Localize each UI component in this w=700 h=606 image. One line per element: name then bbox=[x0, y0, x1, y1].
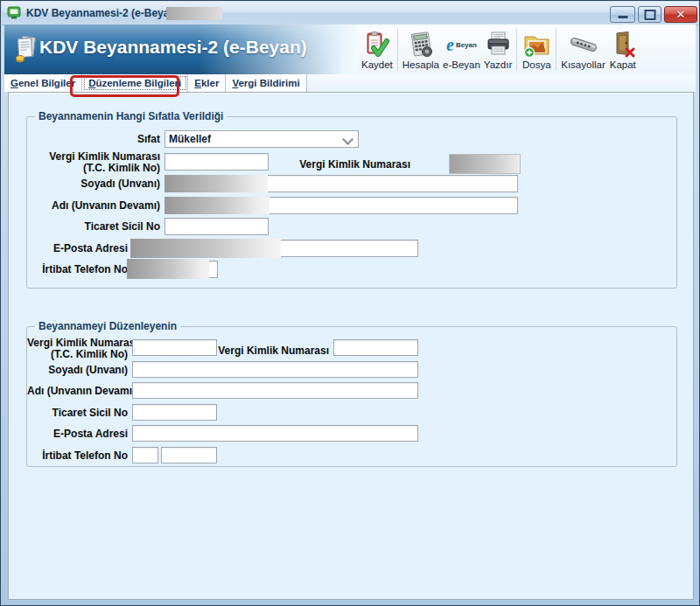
ebeyan-label: e-Beyan bbox=[443, 59, 480, 71]
calculate-button[interactable]: Hesapla bbox=[401, 24, 441, 74]
eposta-label: E-Posta Adresi bbox=[27, 240, 128, 257]
vkn2-label: Vergi Kimlik Numarası bbox=[272, 156, 410, 173]
vkn2-label: Vergi Kimlik Numarası bbox=[202, 342, 329, 359]
page-header: KDV Beyannamesi-2 (e-Beyan) bbox=[4, 24, 357, 74]
preparer-vkn-input[interactable] bbox=[333, 339, 418, 356]
close-icon: ✕ bbox=[665, 8, 696, 21]
maximize-icon bbox=[644, 10, 655, 20]
maximize-button[interactable] bbox=[638, 6, 662, 23]
shortcuts-label: Kısayollar bbox=[561, 59, 606, 71]
tab-genel-bilgiler[interactable]: Genel Bilgiler bbox=[4, 74, 82, 92]
preparer-eposta-input[interactable] bbox=[132, 425, 418, 442]
close-form-label: Kapat bbox=[610, 59, 636, 71]
chevron-down-icon bbox=[342, 134, 354, 145]
adi-label: Adı (Unvanın Devamı) bbox=[27, 197, 160, 214]
file-label: Dosya bbox=[522, 59, 551, 71]
redacted-adi-value bbox=[164, 197, 270, 214]
tab-vergi-bildirimi[interactable]: Vergi Bildirimi bbox=[226, 74, 306, 92]
printer-icon bbox=[484, 30, 512, 59]
redacted-vkn-value bbox=[449, 154, 521, 174]
ebeyan-button[interactable]: e Beyan e-Beyan bbox=[441, 24, 482, 74]
close-button[interactable]: ✕ bbox=[664, 6, 697, 23]
sifat-label: Sıfat bbox=[27, 130, 160, 148]
preparer-soyadi-input[interactable] bbox=[132, 361, 418, 378]
eposta-label: E-Posta Adresi bbox=[27, 425, 128, 442]
adi-label: Adı (Unvanın Devamı) bbox=[27, 382, 128, 400]
toolbar-separator bbox=[556, 28, 556, 71]
group-declarant: Beyannamenin Hangi Sıfatla Verildiği Sıf… bbox=[26, 116, 677, 289]
calculator-icon bbox=[406, 30, 436, 59]
ticaret-label: Ticaret Sicil No bbox=[27, 218, 160, 235]
preparer-irtibat-area-input[interactable] bbox=[132, 447, 158, 463]
group-preparer-title: Beyannameyi Düzenleyenin bbox=[35, 320, 180, 332]
app-window: KDV Beyannamesi-2 (e-Beyan) ✕ KDV Beyann… bbox=[0, 0, 700, 606]
tab-page: Beyannamenin Hangi Sıfatla Verildiği Sıf… bbox=[8, 92, 694, 600]
vkn-label: Vergi Kimlik Numarası(T.C. Kimlik No) bbox=[27, 151, 160, 174]
app-icon bbox=[7, 6, 21, 20]
redacted-title-text bbox=[166, 7, 222, 20]
group-preparer: Beyannameyi Düzenleyenin Vergi Kimlik Nu… bbox=[26, 326, 677, 467]
tab-strip: Genel Bilgiler Düzenleme Bilgileri Ekler… bbox=[4, 74, 696, 92]
header-band: KDV Beyannamesi-2 (e-Beyan) Kaydet bbox=[4, 24, 696, 74]
ebeyan-icon: e Beyan bbox=[446, 30, 477, 59]
save-button[interactable]: Kaydet bbox=[360, 24, 395, 74]
ticaret-label: Ticaret Sicil No bbox=[27, 404, 128, 421]
door-exit-icon bbox=[609, 30, 637, 59]
calculate-label: Hesapla bbox=[402, 59, 439, 71]
sifat-selected-value: Mükellef bbox=[169, 133, 211, 145]
irtibat-label: İrtibat Telefon No bbox=[27, 261, 128, 278]
window-title: KDV Beyannamesi-2 (e-Beyan) bbox=[26, 7, 179, 19]
irtibat-label: İrtibat Telefon No bbox=[27, 447, 128, 464]
save-label: Kaydet bbox=[361, 59, 393, 71]
soyadi-label: Soyadı (Unvanı) bbox=[27, 175, 160, 192]
tab-ekler[interactable]: Ekler bbox=[188, 74, 226, 92]
page-title: KDV Beyannamesi-2 (e-Beyan) bbox=[39, 37, 307, 58]
toolbar: Kaydet bbox=[357, 24, 696, 74]
close-form-button[interactable]: Kapat bbox=[607, 24, 639, 74]
preparer-adi-input[interactable] bbox=[132, 382, 418, 399]
print-label: Yazdır bbox=[484, 59, 512, 71]
toolbar-separator bbox=[397, 28, 398, 71]
shortcuts-button[interactable]: Kısayollar bbox=[559, 24, 607, 74]
redacted-eposta-value bbox=[130, 239, 281, 258]
remote-icon bbox=[568, 30, 599, 59]
document-stack-icon bbox=[13, 34, 39, 66]
ticaret-input[interactable] bbox=[164, 218, 269, 235]
folder-add-icon bbox=[522, 30, 551, 59]
preparer-irtibat-number-input[interactable] bbox=[161, 447, 217, 463]
redacted-soyadi-value bbox=[164, 175, 268, 192]
vkn-label: Vergi Kimlik Numarası(T.C. Kimlik No) bbox=[27, 338, 128, 360]
group-declarant-title: Beyannamenin Hangi Sıfatla Verildiği bbox=[35, 110, 227, 122]
title-bar[interactable]: KDV Beyannamesi-2 (e-Beyan) ✕ bbox=[2, 2, 698, 25]
print-button[interactable]: Yazdır bbox=[482, 24, 514, 74]
save-icon bbox=[363, 30, 391, 59]
toolbar-separator bbox=[516, 28, 517, 71]
soyadi-label: Soyadı (Unvanı) bbox=[27, 361, 128, 379]
tab-duzenleme-bilgileri[interactable]: Düzenleme Bilgileri bbox=[82, 74, 188, 92]
redacted-irtibat-value bbox=[127, 259, 209, 279]
minimize-icon bbox=[618, 16, 627, 18]
preparer-ticaret-input[interactable] bbox=[132, 404, 217, 421]
sifat-select[interactable]: Mükellef bbox=[164, 130, 359, 148]
minimize-button[interactable] bbox=[610, 6, 635, 23]
vkn-tc-input[interactable] bbox=[164, 153, 269, 171]
file-button[interactable]: Dosya bbox=[520, 24, 553, 74]
